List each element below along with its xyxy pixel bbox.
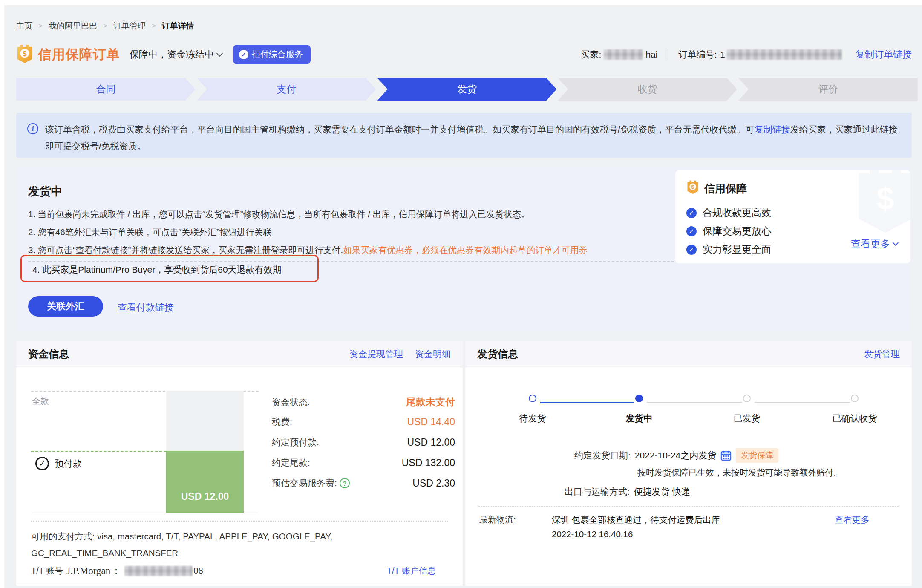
trade-assurance-badge-icon: $ [686, 180, 699, 197]
breadcrumb-my-alibaba[interactable]: 我的阿里巴巴 [49, 20, 97, 32]
trade-assurance-watermark-icon: $ [853, 170, 910, 236]
dispute-service-label: 拒付综合服务 [252, 49, 303, 60]
timeline-label-confirmed: 已确认收货 [821, 412, 889, 424]
calendar-icon[interactable] [720, 450, 732, 461]
delivery-panel-header: 发货信息 发货管理 [465, 341, 912, 367]
benefit-item: ✓ 实力彰显更全面 [686, 243, 771, 256]
shipping-note-2: 2. 您有46笔外汇未与订单关联，可点击“关联外汇”按钮进行关联 [28, 226, 272, 238]
timeline-segment [540, 402, 634, 403]
order-status-dropdown[interactable]: 保障中，资金冻结中 [130, 48, 222, 61]
order-no-redacted [727, 49, 842, 60]
dotted-divider [478, 506, 899, 507]
fund-prepaid-value: USD 12.00 [407, 437, 455, 448]
link-forex-button[interactable]: 关联外汇 [28, 296, 103, 317]
benefit-item: ✓ 保障交易更放心 [686, 225, 771, 238]
balance-bar-segment [166, 391, 244, 451]
timeline-label-pending: 待发货 [498, 412, 567, 424]
prepaid-amount: USD 12.00 [166, 491, 244, 502]
note-3-text: 3. 您可点击“查看付款链接”并将链接发送给买家，买家无需注册登录即可进行支付. [28, 245, 343, 255]
chart-baseline [31, 513, 259, 513]
ship-guarantee-note: 按时发货保障已生效，未按时发货可能导致额外赔付。 [637, 467, 842, 478]
timeline-label-shipped: 已发货 [713, 412, 781, 424]
benefit-item: ✓ 合规收款更高效 [686, 206, 771, 219]
tt-account-suffix: 08 [193, 566, 203, 576]
transport-value: 便捷发货 快递 [634, 486, 690, 498]
fund-row-prepaid: 约定预付款: USD 12.00 [272, 436, 455, 448]
benefit-label: 保障交易更放心 [703, 225, 771, 238]
on-time-ship-badge: 发货保障 [736, 448, 778, 463]
fund-label: 预估交易服务费: [272, 477, 337, 489]
buyer-name-suffix: hai [645, 49, 657, 60]
buyer-label: 买家: [581, 49, 602, 61]
benefit-label: 合规收款更高效 [703, 206, 771, 219]
order-no-label: 订单编号: [678, 49, 717, 61]
order-header: $ 信用保障订单 保障中，资金冻结中 ✓ 拒付综合服务 买家: hai 订单编号… [16, 43, 912, 66]
breadcrumb-order-management[interactable]: 订单管理 [113, 20, 146, 32]
funds-info-panel: 资金信息 资金提现管理 资金明细 全款 USD 12.00 ✓ 预付款 资金状态… [16, 341, 463, 586]
tax-notice-banner: i 该订单含税，税费由买家支付给平台，平台向目的国主管机构缴纳，买家需要在支付订… [16, 113, 912, 158]
step-payment: 支付 [197, 78, 376, 101]
breadcrumb-separator: > [38, 22, 43, 30]
order-progress-steps: 合同 支付 发货 收货 评价 [16, 78, 918, 101]
step-review: 评价 [738, 78, 918, 101]
view-more-link[interactable]: 查看更多 [851, 237, 898, 251]
fund-row-service-fee: 预估交易服务费: ? USD 2.30 [272, 477, 455, 489]
latest-logistics-value: 深圳 包裹全部核查通过，待支付运费后出库 [552, 514, 720, 526]
fund-label: 资金状态: [272, 396, 310, 408]
delivery-management-link[interactable]: 发货管理 [864, 348, 900, 360]
dotted-divider [31, 521, 448, 522]
step-shipping: 发货 [377, 78, 557, 101]
tt-account-info-link[interactable]: T/T 账户信息 [387, 565, 436, 576]
tt-account-label: T/T 账号 [31, 565, 63, 576]
fund-row-tax: 税费: USD 14.40 [272, 416, 455, 428]
breadcrumb-order-detail: 订单详情 [162, 20, 194, 32]
buyer-name-redacted [604, 49, 643, 60]
transport-row: 出口与运输方式: 便捷发货 快递 [565, 486, 690, 498]
timeline-dot-pending [529, 395, 536, 402]
assurance-card-header: $ 信用保障 [686, 180, 747, 197]
tt-bank-name: J.P.Morgan [66, 565, 110, 576]
view-payment-link[interactable]: 查看付款链接 [118, 301, 174, 314]
step-review-label: 评价 [818, 83, 838, 96]
step-payment-label: 支付 [277, 83, 296, 96]
order-status-text: 保障中，资金冻结中 [130, 48, 214, 61]
step-contract-label: 合同 [96, 83, 115, 96]
help-circle-icon[interactable]: ? [340, 478, 350, 488]
shipping-status-title: 发货中 [28, 184, 63, 199]
fund-status-value: 尾款未支付 [406, 395, 455, 409]
info-circle-icon: i [27, 123, 38, 134]
breadcrumb: 主页 > 我的阿里巴巴 > 订单管理 > 订单详情 [16, 20, 194, 32]
breadcrumb-separator: > [103, 22, 107, 30]
chevron-down-icon [216, 50, 223, 57]
copy-order-link[interactable]: 复制订单链接 [856, 48, 912, 61]
timeline-segment [647, 402, 742, 403]
delivery-panel-title: 发货信息 [477, 347, 518, 361]
breadcrumb-home[interactable]: 主页 [16, 20, 32, 32]
fund-label: 约定尾款: [272, 457, 310, 469]
fund-tax-value: USD 14.40 [407, 416, 455, 428]
svg-text:$: $ [692, 184, 694, 190]
note-3-coupon-warning: 如果买家有优惠券，必须在优惠券有效期内起草的订单才可用券 [343, 245, 588, 255]
funds-panel-header: 资金信息 资金提现管理 资金明细 [16, 341, 463, 367]
check-circle-icon: ✓ [686, 226, 697, 236]
delivery-info-panel: 发货信息 发货管理 待发货 发货中 已发货 已确认收货 约定发货日期: 2022… [465, 341, 912, 586]
timeline-segment [755, 402, 850, 403]
timeline-dot-shipping [635, 395, 643, 402]
step-receiving: 收货 [558, 78, 737, 101]
logistics-more-link[interactable]: 查看更多 [835, 514, 870, 526]
payment-methods-line1: 可用的支付方式: visa, mastercard, T/T, PAYPAL, … [31, 530, 332, 542]
trade-assurance-badge-icon: $ [16, 44, 33, 65]
divider [668, 48, 668, 61]
shipping-note-3: 3. 您可点击“查看付款链接”并将链接发送给买家，买家无需注册登录即可进行支付.… [28, 244, 588, 256]
step-receiving-label: 收货 [638, 83, 657, 96]
fund-row-balance: 约定尾款: USD 132.00 [272, 457, 455, 469]
shipping-note-1: 1. 当前包裹尚未完成取件 / 出库，您可以点击“发货管理”修改物流信息，当所有… [28, 208, 530, 220]
fund-row-status: 资金状态: 尾款未支付 [272, 395, 455, 409]
timeline-label-shipping: 发货中 [605, 412, 673, 424]
funds-detail-link[interactable]: 资金明细 [415, 348, 451, 360]
withdrawal-management-link[interactable]: 资金提现管理 [349, 348, 403, 360]
dispute-service-button[interactable]: ✓ 拒付综合服务 [233, 45, 311, 64]
copy-tax-link[interactable]: 复制链接 [755, 124, 790, 134]
prepaid-row: ✓ 预付款 [35, 457, 82, 470]
fund-fee-value: USD 2.30 [412, 478, 455, 489]
